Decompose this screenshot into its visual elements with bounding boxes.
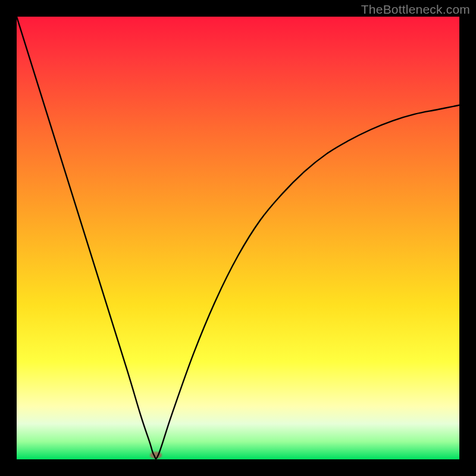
plot-gradient-background [17,17,459,459]
watermark-text: TheBottleneck.com [361,2,470,17]
plot-frame [17,17,459,459]
min-point-marker [150,452,162,459]
